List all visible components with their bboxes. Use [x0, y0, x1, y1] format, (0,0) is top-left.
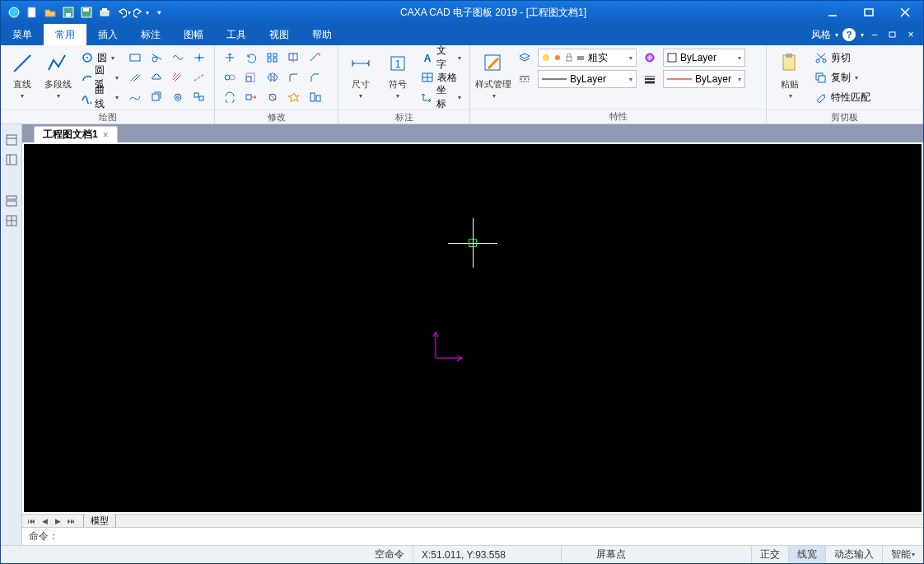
menu-tools[interactable]: 工具 [215, 24, 258, 45]
menu-file[interactable]: 菜单 [1, 24, 44, 45]
tab-next-icon[interactable]: ▶ [52, 516, 63, 526]
dimension-button[interactable]: 尺寸▾ [343, 49, 377, 101]
cloud-icon[interactable] [147, 68, 166, 86]
break-icon[interactable] [263, 88, 282, 106]
curve-button[interactable]: 曲线▾ [77, 88, 122, 106]
cut-button[interactable]: 剪切 [811, 49, 874, 67]
menu-view[interactable]: 视图 [258, 24, 301, 45]
redo-icon[interactable]: ▾ [133, 4, 149, 21]
parallel-icon[interactable] [125, 68, 145, 86]
svg-rect-10 [889, 32, 895, 37]
move-icon[interactable] [220, 49, 240, 67]
maximize-button[interactable] [851, 1, 887, 24]
rotate-icon[interactable] [241, 49, 261, 67]
status-ortho[interactable]: 正交 [751, 546, 788, 563]
scale-icon[interactable] [241, 68, 261, 86]
layer-manager-icon[interactable] [515, 49, 534, 67]
rectangle-icon[interactable] [125, 49, 145, 67]
svg-rect-32 [268, 58, 271, 62]
save-icon[interactable] [60, 4, 77, 21]
block-icon[interactable] [189, 88, 209, 106]
status-lineweight[interactable]: 线宽 [788, 546, 825, 563]
panel-toggle-3-icon[interactable] [4, 193, 19, 208]
print-layer-icon [576, 54, 585, 62]
tab-prev-icon[interactable]: ◀ [39, 516, 50, 526]
chamfer-icon[interactable] [306, 68, 325, 86]
panel-toggle-2-icon[interactable] [4, 152, 19, 167]
status-smart-snap[interactable]: 智能 ▾ [882, 546, 923, 563]
trim-icon[interactable] [284, 49, 304, 67]
text-button[interactable]: A文字▾ [418, 49, 464, 67]
extend-icon[interactable] [306, 49, 325, 67]
wave-icon[interactable] [168, 49, 188, 67]
tab-last-icon[interactable]: ⏭ [65, 516, 77, 526]
gear-icon[interactable] [168, 88, 188, 106]
mdi-close-icon[interactable]: × [903, 27, 918, 42]
line-button[interactable]: 直线▾ [6, 49, 38, 101]
offset-icon[interactable] [220, 88, 240, 106]
copy-icon[interactable] [220, 68, 240, 86]
minimize-button[interactable] [814, 1, 851, 24]
centerline-icon[interactable] [189, 68, 209, 86]
menu-insert[interactable]: 插入 [86, 24, 129, 45]
menu-help[interactable]: 帮助 [301, 24, 343, 45]
svg-line-36 [310, 54, 318, 61]
close-button[interactable] [887, 1, 923, 24]
menu-frame[interactable]: 图幅 [172, 24, 215, 45]
status-screen-point[interactable]: 屏幕点 [561, 546, 660, 563]
layer-dropdown[interactable]: 粗实▾ [538, 49, 637, 67]
panel-toggle-1-icon[interactable] [4, 133, 19, 147]
svg-point-72 [816, 59, 819, 63]
menu-common[interactable]: 常用 [44, 24, 86, 45]
copy-button[interactable]: 复制▾ [811, 68, 874, 86]
hatch-icon[interactable] [168, 68, 188, 86]
symbol-button[interactable]: 1符号▾ [380, 49, 414, 101]
color-dropdown[interactable]: ByLayer▾ [663, 49, 745, 67]
document-tabs: 工程图文档1 × [22, 124, 923, 142]
doctab-1[interactable]: 工程图文档1 × [34, 126, 118, 142]
align-icon[interactable] [306, 88, 325, 106]
paste-button[interactable]: 粘贴▾ [772, 49, 808, 101]
style-label[interactable]: 风格 [811, 28, 831, 42]
mirror-icon[interactable] [263, 68, 282, 86]
spline-icon[interactable] [125, 88, 145, 106]
svg-rect-1 [28, 7, 35, 17]
explode-icon[interactable] [284, 88, 304, 106]
mdi-minimize-icon[interactable]: – [867, 27, 882, 42]
svg-rect-78 [7, 155, 16, 165]
array-icon[interactable] [263, 49, 282, 67]
command-bar[interactable]: 命令： [22, 527, 923, 545]
linetype-manager-icon[interactable] [515, 70, 534, 88]
open-icon[interactable] [42, 4, 58, 21]
svg-rect-30 [268, 54, 271, 57]
color-wheel-icon[interactable] [640, 49, 660, 67]
tab-first-icon[interactable]: ⏮ [26, 516, 37, 526]
point-icon[interactable] [189, 49, 209, 67]
print-icon[interactable] [96, 4, 113, 21]
qat-more-icon[interactable]: ▾ [151, 4, 167, 21]
fillet-icon[interactable] [284, 68, 304, 86]
stretch-icon[interactable] [241, 88, 261, 106]
polyline-button[interactable]: 多段线▾ [41, 49, 73, 101]
saveas-icon[interactable] [78, 4, 95, 21]
coord-button[interactable]: 坐标▾ [418, 88, 464, 106]
box-icon[interactable] [147, 88, 166, 106]
linetype-dropdown[interactable]: ByLayer▾ [538, 70, 637, 88]
status-dynamic-input[interactable]: 动态输入 [825, 546, 882, 563]
tangent-line-icon[interactable] [147, 49, 166, 67]
new-icon[interactable] [24, 4, 40, 21]
lineweight-dropdown[interactable]: ByLayer▾ [663, 70, 745, 88]
lineweight-manager-icon[interactable] [640, 70, 660, 88]
doctab-close-icon[interactable]: × [103, 129, 109, 141]
svg-point-38 [230, 75, 235, 80]
panel-toggle-4-icon[interactable] [4, 213, 19, 228]
drawing-canvas[interactable] [24, 144, 922, 512]
mdi-restore-icon[interactable] [885, 27, 900, 42]
menu-annotate[interactable]: 标注 [129, 24, 172, 45]
style-manager-button[interactable]: 样式管理▾ [475, 49, 511, 101]
svg-rect-9 [865, 9, 873, 16]
app-icon[interactable] [6, 4, 22, 21]
match-props-button[interactable]: 特性匹配 [811, 88, 874, 106]
help-icon[interactable]: ? [842, 27, 856, 42]
undo-icon[interactable]: ▾ [114, 4, 131, 21]
